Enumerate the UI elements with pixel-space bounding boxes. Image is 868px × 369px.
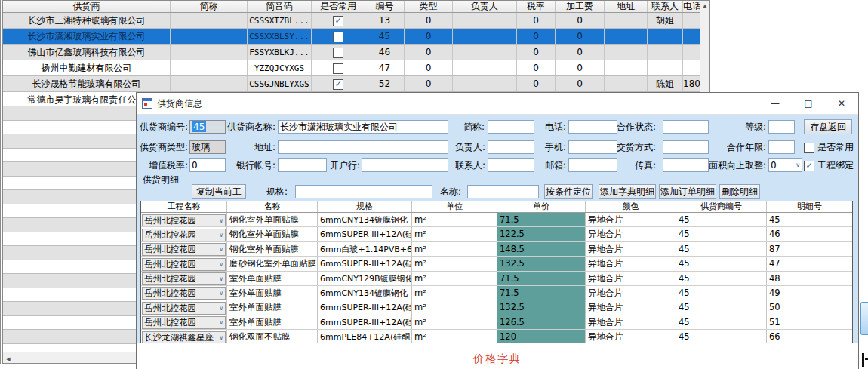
short-name-field[interactable] — [488, 120, 534, 134]
col-header-address[interactable]: 地址 — [605, 1, 648, 12]
supplier-row[interactable]: 长沙市三湘特种玻璃有限公司 CSSSXTZBL... 13 0 0 0 胡姐 — [3, 13, 700, 29]
supplier-list-item[interactable] — [3, 274, 137, 288]
save-return-button[interactable]: 存盘返回 — [804, 119, 852, 134]
common-checkbox[interactable] — [333, 63, 343, 74]
supplier-list-item[interactable] — [3, 162, 137, 177]
coop-status-field[interactable] — [663, 120, 709, 134]
coop-years-field[interactable] — [768, 140, 795, 154]
detail-row[interactable]: 岳州北控花园∨ 室外单面贴膜 6mmCNY129B镀膜钢化 m² 71.5 异地… — [141, 272, 852, 286]
col-header-common[interactable]: 是否常用 — [312, 1, 365, 12]
is-common-checkbox[interactable]: 是否常用 — [804, 140, 854, 155]
combo-value: 岳州北控花园 — [144, 317, 196, 328]
col-header-tax[interactable]: 税率 — [517, 1, 556, 12]
delete-detail-button[interactable]: 删除明细 — [719, 184, 760, 199]
supplier-list-item[interactable] — [3, 246, 137, 260]
common-checkbox[interactable] — [333, 79, 343, 90]
project-combo[interactable]: 岳州北控花园∨ — [142, 243, 226, 256]
supplier-type-field[interactable] — [189, 140, 226, 154]
grade-field[interactable] — [768, 120, 795, 134]
col-header-unit[interactable]: 单位 — [412, 201, 497, 212]
col-header-spec[interactable]: 规格 — [318, 201, 412, 212]
col-header-id[interactable]: 编号 — [365, 1, 405, 12]
supplier-list-item[interactable] — [3, 218, 137, 232]
supplier-id-field[interactable]: 45 — [189, 120, 226, 134]
close-button[interactable]: ✕ — [825, 93, 858, 114]
detail-row[interactable]: 岳州北控花园∨ 钢化室外单面贴膜 6mmSUPER-III+12A(硅... m… — [141, 227, 852, 241]
supplier-name-field[interactable] — [278, 120, 448, 134]
common-checkbox[interactable] — [333, 32, 343, 42]
col-header-code[interactable]: 简音码 — [248, 1, 312, 12]
scroll-left-icon[interactable]: ◀ — [3, 354, 14, 364]
detail-row[interactable]: 长沙龙湖祺鑫星座∨ 钢化双面不贴膜 6mmPLE84+12A(硅酮胶... m²… — [141, 330, 852, 343]
contact-field[interactable] — [488, 158, 534, 172]
area-round-up-combo[interactable]: 0∨ — [768, 158, 802, 172]
detail-row[interactable]: 岳州北控花园∨ 室外单面贴膜 6mmSUPER-III+12A(硅... m² … — [141, 315, 852, 330]
project-combo[interactable]: 岳州北控花园∨ — [142, 272, 226, 285]
dialog-titlebar[interactable]: 供货商信息 — □ ✕ — [137, 93, 858, 115]
detail-row[interactable]: 岳州北控花园∨ 钢化室外单面贴膜 6mmCNY134镀膜钢化 m² 71.5 异… — [141, 213, 852, 227]
supplier-row[interactable]: 佛山市亿鑫玻璃科技有限公司 FSSYXBLKJ... 46 0 0 0 — [3, 45, 700, 60]
detail-row[interactable]: 岳州北控花园∨ 磨砂钢化室外单面贴膜 6mmSUPER-III+12A(硅...… — [141, 257, 852, 271]
col-header-leader[interactable]: 负责人 — [453, 1, 517, 12]
address-field[interactable] — [278, 140, 448, 154]
col-header-supplier[interactable]: 供货商 — [3, 1, 171, 12]
detail-row[interactable]: 岳州北控花园∨ 室外单面贴膜 6mmSUPER-III+12A(硅... m² … — [141, 300, 852, 315]
col-header-type[interactable]: 类型 — [405, 1, 453, 12]
supplier-list-item[interactable] — [3, 330, 137, 344]
supplier-list-item[interactable] — [3, 106, 137, 121]
bank-name-field[interactable] — [362, 158, 448, 172]
add-order-detail-button[interactable]: 添加订单明细 — [659, 184, 716, 199]
add-dict-detail-button[interactable]: 添加字典明细 — [599, 184, 656, 199]
col-header-price[interactable]: 单价 — [497, 201, 586, 212]
scroll-up-icon[interactable]: ▲ — [700, 1, 709, 11]
detail-row[interactable]: 岳州北控花园∨ 室外单面贴膜 6mmCNY134镀膜钢化 m² 71.5 异地合… — [141, 286, 852, 300]
supplier-list-item[interactable] — [3, 344, 137, 352]
project-bind-checkbox[interactable]: 工程绑定 — [804, 158, 854, 173]
bank-account-field[interactable] — [278, 158, 327, 172]
project-combo[interactable]: 岳州北控花园∨ — [142, 287, 226, 300]
supplier-list-item[interactable] — [3, 288, 137, 303]
supplier-row[interactable]: 扬州中勤建材有限公司 YZZQJCYXGS 47 0 0 0 — [3, 60, 700, 76]
col-header-supplier-id[interactable]: 供货商编号 — [676, 201, 767, 212]
common-checkbox[interactable] — [333, 16, 343, 26]
supplier-list-item[interactable] — [3, 316, 137, 331]
col-header-detail-id[interactable]: 明细号 — [767, 201, 852, 212]
supplier-list-item[interactable] — [3, 177, 137, 191]
supplier-list-item[interactable] — [3, 190, 137, 204]
col-header-color[interactable]: 颜色 — [586, 201, 676, 212]
supplier-list-item[interactable] — [3, 302, 137, 316]
col-header-contact[interactable]: 联系人 — [648, 1, 683, 12]
col-header-short-name[interactable]: 简称 — [171, 1, 248, 12]
supplier-row[interactable]: 长沙市潇湘玻璃实业有限公司 CSSXXBLSY... 45 0 0 0 — [3, 29, 700, 45]
supplier-list-item[interactable] — [3, 232, 137, 247]
minimize-button[interactable]: — — [759, 93, 792, 114]
project-combo[interactable]: 岳州北控花园∨ — [142, 316, 226, 329]
spec-filter-field[interactable] — [295, 185, 432, 198]
name-cell: 室外单面贴膜 — [227, 272, 318, 285]
project-combo[interactable]: 岳州北控花园∨ — [142, 302, 226, 315]
maximize-button[interactable]: □ — [792, 93, 825, 114]
supplier-row[interactable]: 长沙晟格节能玻璃有限公司 CSSGJNBLYXGS 52 0 0 0 陈姐 18… — [3, 76, 700, 92]
supplier-list-item[interactable] — [3, 149, 137, 163]
col-header-project[interactable]: 工程名称 — [141, 201, 227, 212]
col-header-phone[interactable]: 电话 — [683, 1, 700, 12]
supplier-list-item[interactable] — [3, 121, 137, 135]
project-combo[interactable]: 岳州北控花园∨ — [142, 258, 226, 271]
locate-button[interactable]: 按条件定位 — [544, 184, 593, 199]
copy-project-button[interactable]: 复制当前工程 — [192, 184, 246, 199]
project-combo[interactable]: 岳州北控花园∨ — [142, 214, 226, 227]
leader-field[interactable] — [488, 140, 534, 154]
col-header-name[interactable]: 名称 — [227, 201, 318, 212]
name-filter-field[interactable] — [467, 185, 539, 198]
supplier-list-item[interactable] — [3, 134, 137, 149]
supplier-list-item[interactable] — [3, 204, 137, 219]
project-combo[interactable]: 长沙龙湖祺鑫星座∨ — [142, 331, 226, 343]
detail-row[interactable]: 岳州北控花园∨ 钢化室外单面贴膜 6mm白玻+1.14PVB+6mm... m²… — [141, 242, 852, 257]
project-combo[interactable]: 岳州北控花园∨ — [142, 229, 226, 241]
grid-vertical-scrollbar[interactable]: ▲ — [700, 1, 709, 106]
common-checkbox[interactable] — [333, 48, 343, 58]
list-horizontal-scrollbar[interactable]: ◀ — [3, 352, 137, 363]
vat-rate-field[interactable] — [189, 158, 226, 172]
col-header-fee[interactable]: 加工费 — [556, 1, 605, 12]
supplier-list-item[interactable] — [3, 260, 137, 275]
